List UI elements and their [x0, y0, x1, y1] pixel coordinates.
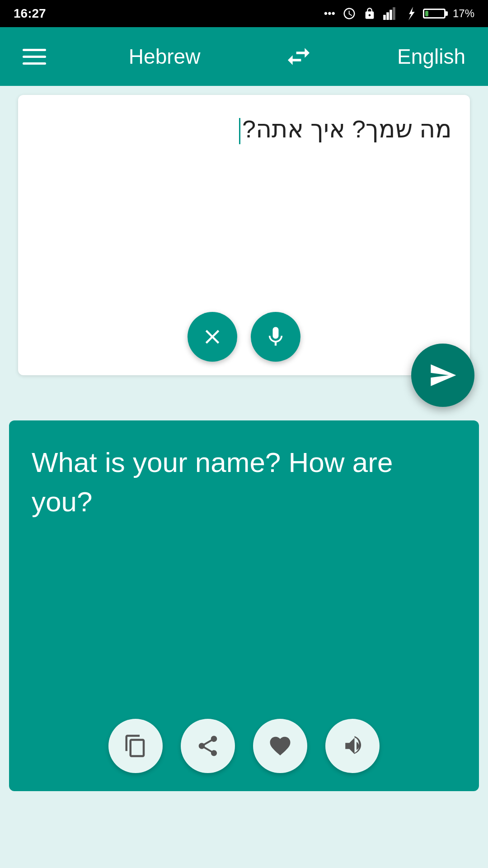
- share-button[interactable]: [181, 719, 235, 773]
- svg-rect-0: [383, 15, 386, 20]
- svg-marker-4: [408, 7, 415, 20]
- battery-percent: 17%: [453, 7, 474, 20]
- swap-languages-button[interactable]: [283, 43, 314, 70]
- output-area: What is your name? How are you?: [9, 420, 479, 791]
- output-action-buttons: [108, 719, 380, 773]
- translated-text: What is your name? How are you?: [32, 443, 456, 522]
- menu-button[interactable]: [23, 49, 46, 65]
- translate-button[interactable]: [411, 344, 474, 407]
- charging-icon: [406, 7, 416, 20]
- speak-button[interactable]: [325, 719, 380, 773]
- battery-indicator: [423, 9, 446, 19]
- navbar: Hebrew English: [0, 27, 488, 86]
- input-action-buttons: [188, 312, 300, 362]
- input-text-value: מה שמך? איך אתה?: [242, 115, 452, 142]
- source-language[interactable]: Hebrew: [129, 44, 201, 69]
- alarm-icon: [343, 7, 356, 20]
- favorite-button[interactable]: [253, 719, 307, 773]
- signal-icon: [383, 7, 399, 20]
- microphone-button[interactable]: [251, 312, 300, 362]
- copy-button[interactable]: [108, 719, 163, 773]
- clear-button[interactable]: [188, 312, 237, 362]
- text-cursor: [239, 118, 240, 144]
- svg-rect-3: [393, 7, 395, 20]
- input-area: מה שמך? איך אתה?: [18, 95, 470, 375]
- status-time: 16:27: [14, 6, 46, 21]
- status-bar: 16:27 ••• 17%: [0, 0, 488, 27]
- svg-rect-2: [389, 10, 392, 20]
- source-text-input[interactable]: מה שמך? איך אתה?: [36, 113, 452, 145]
- status-icons: ••• 17%: [324, 7, 474, 20]
- svg-rect-1: [386, 12, 389, 20]
- ellipsis-icon: •••: [324, 7, 335, 20]
- target-language[interactable]: English: [397, 44, 465, 69]
- lock-icon: [363, 7, 376, 20]
